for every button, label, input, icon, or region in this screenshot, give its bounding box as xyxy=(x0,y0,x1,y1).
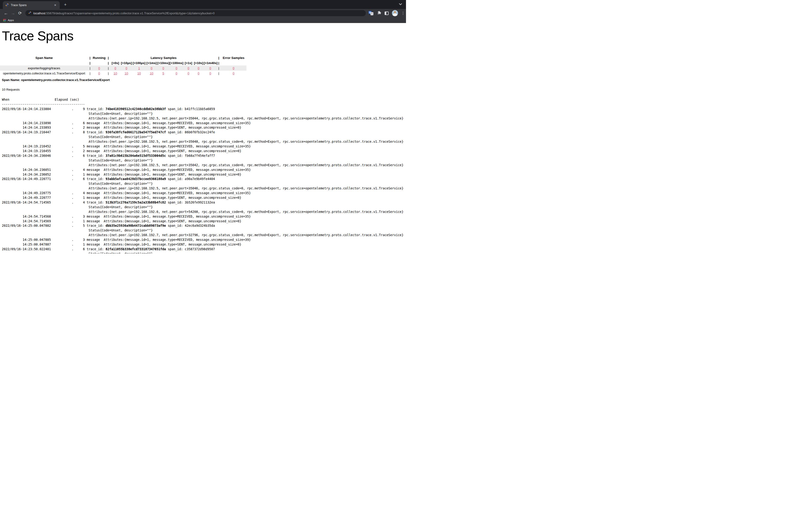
tab-strip: Trace Spans ✕ + xyxy=(0,0,406,9)
separator: | xyxy=(106,65,110,71)
latency-bucket-label: [>100ms] xyxy=(169,60,184,65)
sample-count-link[interactable]: 0 xyxy=(175,72,177,75)
url-host: localhost xyxy=(33,11,45,15)
sample-count-link[interactable]: 0 xyxy=(188,66,189,70)
extensions-puzzle-icon[interactable] xyxy=(377,10,381,16)
separator: | xyxy=(88,60,92,65)
sample-count-link[interactable]: 0 xyxy=(209,66,211,70)
sample-count-link[interactable]: 0 xyxy=(233,72,235,75)
tab-title: Trace Spans xyxy=(11,3,51,7)
trace-id: 93abb5afcaa0428d37bccee9366188a9 xyxy=(105,177,166,181)
sample-count-link[interactable]: 10 xyxy=(113,72,117,75)
latency-bucket-label: [>10µs] xyxy=(120,60,132,65)
latency-bucket-header-row: | | [>0s][>10µs][>100µs][>1ms][>10ms][>1… xyxy=(0,60,247,65)
reload-button[interactable]: ⟳ xyxy=(16,10,23,16)
latency-bucket-label: [>100µs] xyxy=(132,60,146,65)
translate-icon[interactable]: G 文 xyxy=(369,11,374,15)
page-title: Trace Spans xyxy=(2,28,406,44)
browser-menu-icon[interactable]: ⋮ xyxy=(401,12,404,14)
span-row: opentelemetry.proto.collector.trace.v1.T… xyxy=(0,71,247,76)
separator: | xyxy=(217,71,221,76)
bookmark-apps[interactable]: Apps xyxy=(8,19,14,21)
sample-count-link[interactable]: 0 xyxy=(233,66,235,70)
trace-id: 74be418390512c42346cddb02e38bb3f xyxy=(105,107,166,111)
trace-id: 513b3f1c276a7159c5a2a33b88b4fc82 xyxy=(105,201,166,204)
sample-count-link[interactable]: 10 xyxy=(137,72,141,75)
latency-bucket-label: [>1m40s] xyxy=(204,60,217,65)
sample-count-link[interactable]: 0 xyxy=(162,66,164,70)
trace-id: dbb35e25936a90b4472cabb89073af9e xyxy=(105,224,166,227)
latency-bucket-label: [>10ms] xyxy=(157,60,169,65)
separator: | xyxy=(106,71,110,76)
span-summary-table: Span Name | Running | Latency Samples | … xyxy=(0,55,247,76)
span-name: exporter/logging/traces xyxy=(0,65,88,71)
trace-id: 82fa11055b338efcd733187347651fda xyxy=(105,247,166,251)
col-latency-samples: Latency Samples xyxy=(110,55,217,60)
browser-tab[interactable]: Trace Spans ✕ xyxy=(3,1,60,9)
apps-grid-icon xyxy=(3,19,6,21)
telescope-favicon xyxy=(5,3,9,7)
span-name: opentelemetry.proto.collector.trace.v1.T… xyxy=(0,71,88,76)
address-bar[interactable]: localhost:55679/debug/tracez?zspanname=o… xyxy=(26,10,366,16)
sample-count-link[interactable]: 1 xyxy=(138,66,140,70)
sample-count-link[interactable]: 0 xyxy=(198,66,199,70)
separator: | xyxy=(88,55,92,60)
trace-id: 936fa38fcfed661712ba547f5ed747cf xyxy=(105,130,166,134)
sample-count-link[interactable]: 5 xyxy=(162,72,164,75)
sample-count-link[interactable]: 0 xyxy=(98,72,100,75)
tracez-page: Trace Spans Span Name | Running | Latenc… xyxy=(0,23,406,253)
side-panel-icon[interactable] xyxy=(385,11,389,15)
browser-toolbar: ← → ⟳ localhost:55679/debug/tracez?zspan… xyxy=(0,9,406,17)
col-span-name: Span Name xyxy=(0,55,88,60)
sample-count-link[interactable]: 0 xyxy=(198,72,199,75)
profile-avatar[interactable] xyxy=(392,10,398,16)
tab-close-icon[interactable]: ✕ xyxy=(53,3,57,7)
separator: | xyxy=(217,65,221,71)
latency-bucket-label: [>0s] xyxy=(110,60,120,65)
sample-count-link[interactable]: 0 xyxy=(125,66,128,70)
sample-count-link[interactable]: 0 xyxy=(151,66,152,70)
bookmarks-bar: Apps xyxy=(0,17,406,23)
sample-count-link[interactable]: 10 xyxy=(150,72,153,75)
forward-button[interactable]: → xyxy=(9,11,16,16)
separator: | xyxy=(88,71,92,76)
new-tab-button[interactable]: + xyxy=(62,2,68,7)
span-row: exporter/logging/traces|0|001000000|0 xyxy=(0,65,247,71)
trace-id: 37a81c9b615b204a6e515df533004d5c xyxy=(105,154,166,158)
latency-bucket-label: [>10s] xyxy=(193,60,204,65)
col-running: Running xyxy=(92,55,106,60)
sample-count-link[interactable]: 0 xyxy=(175,66,177,70)
chevron-down-icon[interactable] xyxy=(399,3,402,6)
selected-span-name: Span Name: opentelemetry.proto.collector… xyxy=(2,78,406,82)
separator: | xyxy=(106,55,110,60)
request-count: 10 Requests xyxy=(2,88,406,91)
col-error-samples: Error Samples xyxy=(221,55,247,60)
latency-bucket-label: [>1s] xyxy=(184,60,193,65)
sample-count-link[interactable]: 0 xyxy=(114,66,116,70)
sample-count-link[interactable]: 0 xyxy=(98,66,100,70)
separator: | xyxy=(106,60,110,65)
url-path: :55679/debug/tracez?zspanname=openteleme… xyxy=(45,11,214,15)
sample-count-link[interactable]: 0 xyxy=(188,72,189,75)
sample-count-link[interactable]: 10 xyxy=(124,72,128,75)
back-button[interactable]: ← xyxy=(2,11,9,16)
browser-window: Trace Spans ✕ + ← → ⟳ localhost:556 xyxy=(0,0,406,23)
latency-bucket-label: [>1ms] xyxy=(146,60,157,65)
summary-header-row: Span Name | Running | Latency Samples | … xyxy=(0,55,247,60)
separator: | xyxy=(217,55,221,60)
telescope-site-icon xyxy=(28,11,32,15)
trace-log: When Elapsed (sec) ---------------------… xyxy=(0,97,406,253)
sample-count-link[interactable]: 0 xyxy=(209,72,211,75)
separator: | xyxy=(88,65,92,71)
